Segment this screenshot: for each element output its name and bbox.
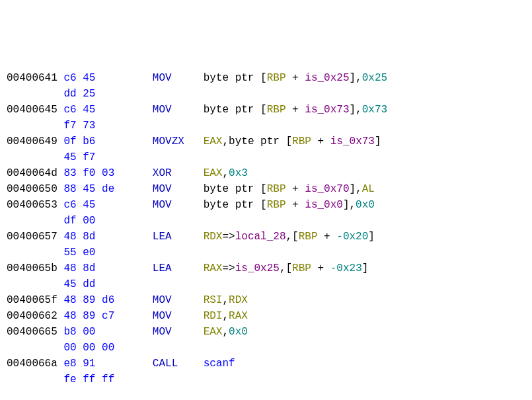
asm-row-continuation: 00 00 00 [7,340,525,356]
address: 00400662 [7,310,57,322]
address: 00400657 [7,231,57,243]
hex-bytes-continuation: 45 f7 [63,151,95,163]
asm-row[interactable]: 00400641 c6 45 MOV byte ptr [RBP + is_0x… [7,70,525,86]
address: 00400653 [7,199,57,211]
address: 00400645 [7,104,57,116]
mnemonic: MOV [153,326,204,338]
operands: byte ptr [RBP + is_0x73],0x73 [204,104,387,116]
asm-row-continuation: 45 dd [7,276,525,292]
hex-bytes-continuation: 55 e0 [63,247,95,259]
address: 0040065b [7,262,57,274]
address: 00400641 [7,72,57,84]
hex-bytes: 48 89 d6 [63,294,152,306]
operands: byte ptr [RBP + is_0x70],AL [204,183,375,195]
asm-row-continuation: fe ff ff [7,372,525,387]
address: 0040065f [7,294,57,306]
operands: RDI,RAX [204,310,248,322]
address: 00400649 [7,136,57,147]
address: 00400650 [7,183,57,195]
mnemonic: MOV [153,183,204,195]
operands: RDX=>local_28,[RBP + -0x20] [204,231,375,243]
mnemonic: CALL [153,358,204,370]
address: 0040064d [7,167,57,179]
mnemonic: MOV [153,294,204,306]
operands: scanf [204,358,235,370]
hex-bytes: 48 8d [63,231,152,243]
mnemonic: MOV [153,72,204,84]
operands: byte ptr [RBP + is_0x25],0x25 [204,72,387,84]
hex-bytes-continuation: f7 73 [63,120,95,132]
mnemonic: LEA [153,262,204,274]
mnemonic: LEA [153,231,204,243]
asm-row-continuation: 55 e0 [7,245,525,260]
mnemonic: MOV [153,310,204,322]
operands: RSI,RDX [204,294,248,306]
mnemonic: XOR [153,167,204,179]
asm-row[interactable]: 00400662 48 89 c7 MOV RDI,RAX [7,308,525,324]
hex-bytes-continuation: 45 dd [63,278,95,290]
mnemonic: MOV [153,104,204,116]
hex-bytes: 48 89 c7 [63,310,152,322]
asm-row-continuation: f7 73 [7,118,525,134]
mnemonic: MOV [153,199,204,211]
operands: RAX=>is_0x25,[RBP + -0x23] [204,262,369,274]
asm-row-continuation: df 00 [7,213,525,229]
operands: EAX,byte ptr [RBP + is_0x73] [204,136,381,147]
hex-bytes-continuation: fe ff ff [63,374,114,385]
asm-row[interactable]: 0040064d 83 f0 03 XOR EAX,0x3 [7,165,525,181]
hex-bytes: c6 45 [63,104,152,116]
asm-row-continuation: dd 25 [7,86,525,102]
hex-bytes: 88 45 de [63,183,152,195]
operands: EAX,0x0 [204,326,248,338]
asm-row[interactable]: 00400649 0f b6 MOVZX EAX,byte ptr [RBP +… [7,134,525,149]
disassembly-listing: 00400641 c6 45 MOV byte ptr [RBP + is_0x… [7,70,525,387]
hex-bytes: c6 45 [63,199,152,211]
operands: EAX,0x3 [204,167,248,179]
asm-row[interactable]: 0040065b 48 8d LEA RAX=>is_0x25,[RBP + -… [7,260,525,276]
asm-row[interactable]: 00400645 c6 45 MOV byte ptr [RBP + is_0x… [7,102,525,118]
asm-row-continuation: 45 f7 [7,149,525,165]
hex-bytes-continuation: dd 25 [63,88,95,100]
hex-bytes: c6 45 [63,72,152,84]
hex-bytes: b8 00 [63,326,152,338]
address: 00400665 [7,326,57,338]
asm-row[interactable]: 00400650 88 45 de MOV byte ptr [RBP + is… [7,181,525,197]
hex-bytes: 83 f0 03 [63,167,152,179]
address: 0040066a [7,358,57,370]
asm-row[interactable]: 00400653 c6 45 MOV byte ptr [RBP + is_0x… [7,197,525,213]
asm-row[interactable]: 0040066a e8 91 CALL scanf [7,356,525,372]
asm-row[interactable]: 00400657 48 8d LEA RDX=>local_28,[RBP + … [7,229,525,245]
hex-bytes: 0f b6 [63,136,152,147]
mnemonic: MOVZX [153,136,204,147]
asm-row[interactable]: 00400665 b8 00 MOV EAX,0x0 [7,324,525,340]
hex-bytes: 48 8d [63,262,152,274]
asm-row[interactable]: 0040065f 48 89 d6 MOV RSI,RDX [7,292,525,308]
hex-bytes: e8 91 [63,358,152,370]
operands: byte ptr [RBP + is_0x0],0x0 [204,199,375,211]
hex-bytes-continuation: df 00 [63,215,95,227]
hex-bytes-continuation: 00 00 00 [63,342,114,354]
